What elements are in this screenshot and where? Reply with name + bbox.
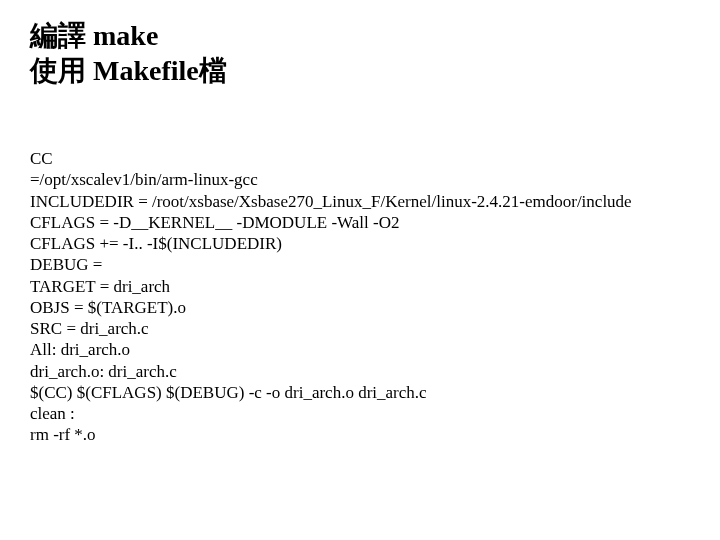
code-line: OBJS = $(TARGET).o <box>30 297 690 318</box>
code-line: DEBUG = <box>30 254 690 275</box>
code-line: INCLUDEDIR = /root/xsbase/Xsbase270_Linu… <box>30 191 690 212</box>
code-line: CFLAGS += -I.. -I$(INCLUDEDIR) <box>30 233 690 254</box>
code-line: rm -rf *.o <box>30 424 690 445</box>
title-line-2: 使用 Makefile檔 <box>30 53 690 88</box>
code-line: $(CC) $(CFLAGS) $(DEBUG) -c -o dri_arch.… <box>30 382 690 403</box>
code-line: SRC = dri_arch.c <box>30 318 690 339</box>
title-line-1: 編譯 make <box>30 18 690 53</box>
code-line: clean : <box>30 403 690 424</box>
code-line: =/opt/xscalev1/bin/arm-linux-gcc <box>30 169 690 190</box>
code-line: dri_arch.o: dri_arch.c <box>30 361 690 382</box>
code-line: CFLAGS = -D__KERNEL__ -DMODULE -Wall -O2 <box>30 212 690 233</box>
code-line: All: dri_arch.o <box>30 339 690 360</box>
slide-title: 編譯 make 使用 Makefile檔 <box>30 18 690 88</box>
code-line: TARGET = dri_arch <box>30 276 690 297</box>
makefile-content: CC =/opt/xscalev1/bin/arm-linux-gcc INCL… <box>30 148 690 446</box>
slide: 編譯 make 使用 Makefile檔 CC =/opt/xscalev1/b… <box>0 0 720 466</box>
code-line: CC <box>30 148 690 169</box>
